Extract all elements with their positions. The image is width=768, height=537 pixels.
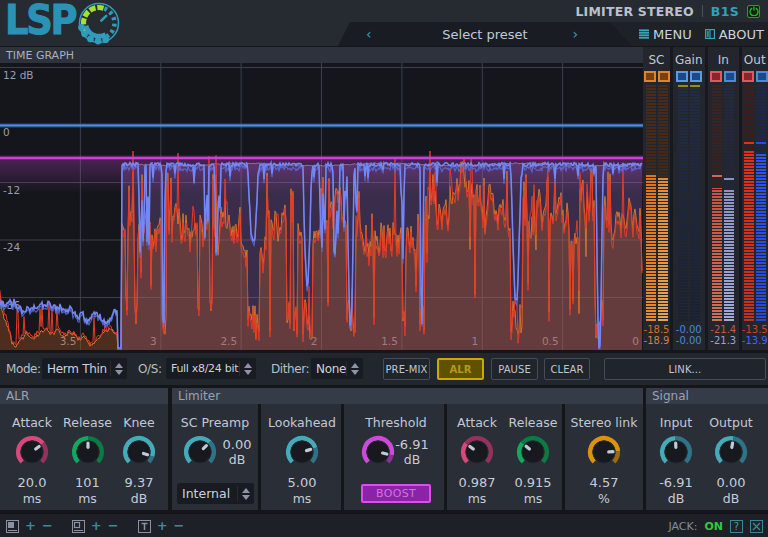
knob-pointer [674, 441, 677, 449]
menu-button[interactable]: MENU [639, 27, 692, 42]
knob-value-sc-preamp: 0.00 [197, 437, 277, 452]
mode-combo[interactable]: Herm Thin [42, 358, 127, 379]
signal-group-title: Signal [646, 388, 768, 404]
meter-column [712, 85, 722, 322]
knob-value-threshold: -6.91 [372, 437, 452, 452]
meter-column [678, 85, 688, 322]
dither-combo-value: None [311, 362, 346, 376]
knob-lookahead[interactable] [285, 435, 319, 469]
ui-scale-plus-button[interactable]: + [91, 521, 102, 531]
meter-column [744, 85, 754, 322]
knob-lim-release[interactable] [516, 435, 550, 469]
meter-card-out: Out-13.5-13.9 [742, 47, 768, 350]
group-divider [341, 404, 344, 510]
time-graph-header: TIME GRAPH [0, 47, 643, 63]
knob-value-lookahead: 5.00 [257, 475, 347, 490]
meter-value: -18.5 [643, 324, 670, 335]
meter-channel-button[interactable] [756, 71, 768, 82]
power-button[interactable] [747, 5, 760, 18]
os-combo[interactable]: Full x8/24 bit [166, 358, 256, 379]
meter-title: SC [643, 53, 670, 68]
menu-icon [639, 29, 649, 39]
plugin-window: LSP LIMITER STEREO | B1S [0, 0, 768, 537]
toolbar: Mode: Herm Thin O/S: Full x8/24 bit Dith… [0, 353, 768, 385]
time-graph[interactable]: 12 dB0-12-24-363.532.521.510.50 [0, 63, 643, 350]
pause-button[interactable]: PAUSE [491, 358, 538, 380]
os-combo-value: Full x8/24 bit [166, 362, 239, 375]
knob-sig-input[interactable] [659, 435, 693, 469]
premix-button[interactable]: PRE-MIX [383, 358, 430, 380]
meter-column [756, 85, 766, 322]
knob-value-sig-output: 0.00 [686, 475, 768, 490]
sc-mode-combo[interactable]: Internal [177, 483, 254, 504]
about-icon [705, 29, 715, 39]
build-id: B1S [711, 4, 739, 19]
ui-scale-minus-button[interactable]: − [108, 521, 119, 531]
preset-label[interactable]: Select preset [338, 27, 632, 42]
meter-card-sc: SC-18.5-18.9 [643, 47, 670, 350]
boost-button[interactable]: BOOST [361, 484, 431, 503]
meter-channel-button[interactable] [724, 71, 736, 82]
graph-y-label: 12 dB [3, 69, 34, 81]
limiter-group-body: SC Preamp0.00dBLookahead5.00msThreshold-… [172, 404, 643, 510]
font-scale-plus-button[interactable]: + [157, 521, 168, 531]
about-label: ABOUT [719, 27, 764, 42]
font-scale-minus-button[interactable]: − [174, 521, 185, 531]
knob-value-alr-knee: 9.37 [94, 475, 184, 490]
knob-unit-lookahead: ms [257, 491, 347, 506]
group-divider [562, 404, 565, 510]
meter-value: -0.00 [673, 335, 705, 346]
meter-channel-button[interactable] [710, 71, 722, 82]
lsp-logo: LSP [5, 3, 83, 37]
meters-panel: SC-18.5-18.9Gain-0.00-0.00In-21.4-21.3Ou… [643, 47, 768, 350]
sc-mode-combo-arrows-icon [237, 486, 254, 501]
group-divider [258, 404, 261, 510]
window-scale-plus-button[interactable]: + [25, 521, 36, 531]
about-button[interactable]: ABOUT [705, 27, 764, 42]
signal-group: Signal Input-6.91dBOutput0.00dB [646, 388, 768, 510]
jack-connect-button[interactable] [750, 520, 763, 533]
help-button[interactable]: ? [730, 520, 743, 533]
knob-pointer [607, 450, 615, 453]
graph-y-label: -24 [3, 241, 20, 253]
title-separator: | [702, 5, 703, 17]
time-graph-title: TIME GRAPH [6, 49, 74, 62]
mode-label: Mode: [6, 353, 41, 385]
clear-button[interactable]: CLEAR [544, 358, 590, 380]
window-scale-icon[interactable] [6, 520, 19, 533]
meter-channel-button[interactable] [742, 71, 754, 82]
controls-area: ALR Attack20.0msRelease101msKnee9.37dB L… [0, 388, 768, 510]
limiter-group: Limiter SC Preamp0.00dBLookahead5.00msTh… [172, 388, 643, 510]
dither-combo[interactable]: None [311, 358, 363, 379]
meter-column [646, 85, 656, 322]
meter-value: -13.5 [742, 324, 768, 335]
plugin-title: LIMITER STEREO [575, 4, 693, 19]
alr-button[interactable]: ALR [437, 358, 484, 380]
menu-label: MENU [653, 27, 692, 42]
window-scale-minus-button[interactable]: − [42, 521, 53, 531]
mode-combo-arrows-icon [110, 361, 127, 376]
group-divider [444, 404, 447, 510]
ui-scale-icon[interactable] [72, 520, 85, 533]
link-button[interactable]: LINK... [604, 358, 766, 380]
meter-value: -18.9 [643, 335, 670, 346]
meter-channel-button[interactable] [658, 71, 670, 82]
font-scale-icon[interactable] [138, 520, 151, 533]
dither-label: Dither: [271, 353, 309, 385]
knob-sig-output[interactable] [714, 435, 748, 469]
preset-strip: ‹ Select preset › [338, 22, 632, 46]
meter-title: Out [742, 53, 768, 68]
meter-card-in: In-21.4-21.3 [708, 47, 739, 350]
knob-stereo-link[interactable] [587, 435, 621, 469]
preset-next-button[interactable]: › [572, 22, 578, 46]
knob-alr-knee[interactable] [122, 435, 156, 469]
meter-channel-button[interactable] [644, 71, 656, 82]
meter-column [724, 85, 734, 322]
knob-alr-attack[interactable] [15, 435, 49, 469]
meter-channel-button[interactable] [676, 71, 688, 82]
jack-status: ON [704, 520, 723, 533]
knob-alr-release[interactable] [71, 435, 105, 469]
meter-channel-button[interactable] [690, 71, 702, 82]
knob-lim-attack[interactable] [460, 435, 494, 469]
power-icon [749, 6, 759, 16]
